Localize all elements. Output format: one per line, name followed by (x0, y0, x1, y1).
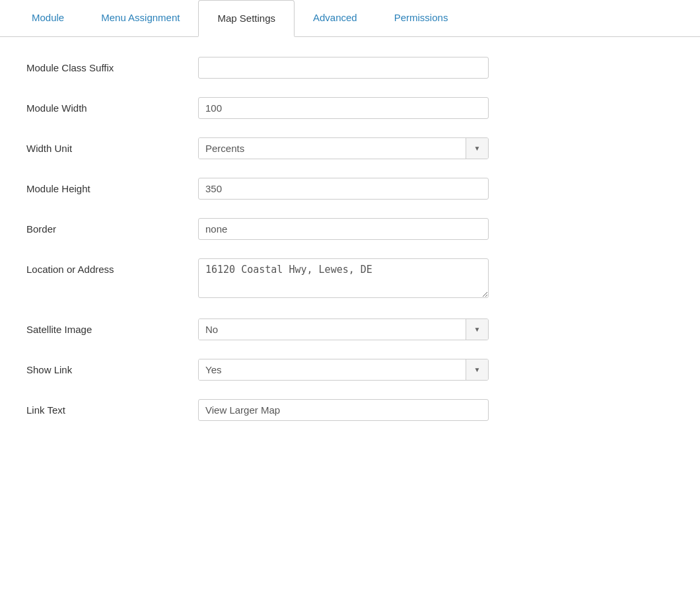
satellite-image-select-wrapper: No Yes (198, 318, 489, 340)
satellite-image-wrapper: No Yes (198, 318, 489, 340)
location-address-label: Location or Address (26, 258, 198, 275)
satellite-image-dropdown-arrow[interactable] (466, 319, 488, 340)
show-link-select-wrapper: Yes No (198, 359, 489, 381)
link-text-input[interactable] (198, 399, 489, 421)
module-height-label: Module Height (26, 178, 198, 194)
width-unit-select-wrapper: Percents Pixels (198, 137, 489, 159)
module-width-input[interactable] (198, 97, 489, 119)
border-wrapper (198, 218, 489, 240)
location-address-wrapper: 16120 Coastal Hwy, Lewes, DE (198, 258, 489, 300)
width-unit-dropdown-arrow[interactable] (466, 138, 488, 159)
tab-advanced[interactable]: Advanced (295, 0, 376, 37)
show-link-row: Show Link Yes No (26, 359, 674, 381)
width-unit-select[interactable]: Percents Pixels (199, 138, 466, 159)
module-class-suffix-row: Module Class Suffix (26, 57, 674, 79)
show-link-select[interactable]: Yes No (199, 359, 466, 380)
module-class-suffix-label: Module Class Suffix (26, 57, 198, 73)
module-width-label: Module Width (26, 97, 198, 114)
location-address-row: Location or Address 16120 Coastal Hwy, L… (26, 258, 674, 300)
tab-menu-assignment[interactable]: Menu Assignment (83, 0, 198, 37)
width-unit-label: Width Unit (26, 137, 198, 154)
link-text-row: Link Text (26, 399, 674, 421)
show-link-label: Show Link (26, 359, 198, 375)
show-link-wrapper: Yes No (198, 359, 489, 381)
tab-map-settings[interactable]: Map Settings (198, 0, 295, 37)
module-height-row: Module Height (26, 178, 674, 200)
satellite-image-row: Satellite Image No Yes (26, 318, 674, 340)
module-class-suffix-wrapper (198, 57, 489, 79)
module-height-wrapper (198, 178, 489, 200)
module-width-wrapper (198, 97, 489, 119)
border-label: Border (26, 218, 198, 235)
border-input[interactable] (198, 218, 489, 240)
link-text-wrapper (198, 399, 489, 421)
tabs-bar: Module Menu Assignment Map Settings Adva… (0, 0, 700, 37)
map-settings-content: Module Class Suffix Module Width Width U… (0, 37, 700, 459)
module-width-row: Module Width (26, 97, 674, 119)
tab-permissions[interactable]: Permissions (376, 0, 467, 37)
satellite-image-select[interactable]: No Yes (199, 319, 466, 340)
border-row: Border (26, 218, 674, 240)
tab-module[interactable]: Module (13, 0, 83, 37)
location-address-textarea[interactable]: 16120 Coastal Hwy, Lewes, DE (198, 258, 489, 298)
show-link-dropdown-arrow[interactable] (466, 359, 488, 380)
satellite-image-label: Satellite Image (26, 318, 198, 335)
width-unit-row: Width Unit Percents Pixels (26, 137, 674, 159)
width-unit-wrapper: Percents Pixels (198, 137, 489, 159)
module-class-suffix-input[interactable] (198, 57, 489, 79)
link-text-label: Link Text (26, 399, 198, 416)
module-height-input[interactable] (198, 178, 489, 200)
